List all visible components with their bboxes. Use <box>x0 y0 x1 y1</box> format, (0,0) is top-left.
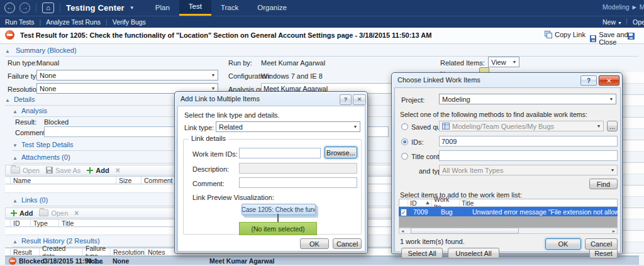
found-count-text: 1 work item(s) found. <box>400 238 465 245</box>
saved-query-radio[interactable] <box>401 123 408 130</box>
tab-organize[interactable]: Organize <box>248 0 296 16</box>
failure-type-select[interactable]: None▼ <box>36 70 218 80</box>
testing-center-window: ← → ⌂ Testing Center ▼ Plan Test Track O… <box>0 0 644 266</box>
run-type-label: Run type: <box>8 59 37 67</box>
chevron-down-icon: ▼ <box>608 168 617 172</box>
section-summary[interactable]: ▲ Summary (Blocked) <box>5 47 639 57</box>
open-menu[interactable]: Ope <box>633 18 644 26</box>
row-result: Blocked <box>19 257 45 265</box>
save-as-button: Save As <box>46 167 80 174</box>
browse-button[interactable]: Browse... <box>325 147 357 158</box>
horizontal-scrollbar[interactable]: ◄ ► <box>399 228 618 234</box>
test-result-header: Test Result for 1205: Check the function… <box>0 28 644 44</box>
sub-navigation-bar: Run Tests | Analyze Test Runs | Verify B… <box>0 16 644 28</box>
chevron-down-icon: ▼ <box>607 97 616 101</box>
forward-icon[interactable]: → <box>19 3 30 13</box>
page-title: Test Result for 1205: Check the function… <box>20 31 431 39</box>
choose-linked-work-items-dialog: Choose Linked Work Items ? ✕ Project: Mo… <box>391 72 623 254</box>
result-row-7009[interactable]: ✓ 7009 Bug Unwanted error message "File … <box>399 207 618 216</box>
save-icon[interactable] <box>628 33 635 40</box>
results-table-empty-area <box>399 216 618 228</box>
ok-button[interactable]: OK <box>545 238 581 250</box>
close-icon[interactable]: ✕ <box>353 94 366 105</box>
project-select[interactable]: Modeling▼ <box>439 94 616 104</box>
add-attachment-button[interactable]: Add <box>87 167 109 174</box>
back-icon[interactable]: ← <box>4 3 15 13</box>
link-type-label: Link type: <box>184 124 214 131</box>
view-related-items-button[interactable]: View▼ <box>488 57 519 67</box>
find-button[interactable]: Find <box>589 179 618 189</box>
scrollbar-thumb[interactable] <box>411 228 519 234</box>
row-checkbox[interactable]: ✓ <box>401 209 407 216</box>
save-icon <box>590 35 596 42</box>
help-icon[interactable]: ? <box>580 75 597 86</box>
title-contains-radio[interactable] <box>401 153 408 160</box>
configuration-value: Windows 7 and IE 8 <box>261 72 323 80</box>
subnav-run-tests[interactable]: Run Tests <box>5 18 35 26</box>
title-contains-field[interactable] <box>439 150 618 161</box>
copy-link-button[interactable]: Copy Link <box>545 31 586 38</box>
open-attachment-button: Open <box>11 167 40 174</box>
add-link-button[interactable]: Add <box>11 209 33 217</box>
blocked-status-icon <box>9 257 16 265</box>
add-link-dialog: Add Link to Multiple Items ? ✕ Select th… <box>174 91 368 253</box>
save-and-close-button[interactable]: Save and Close <box>590 31 644 46</box>
run-by-value: Meet Kumar Agarwal <box>261 59 325 67</box>
cancel-button[interactable]: Cancel <box>585 238 618 250</box>
list-label: Select items to add to the work item lis… <box>400 191 522 199</box>
background-form-rows <box>623 72 644 255</box>
method-intro: Select one of the following methods to f… <box>400 111 587 118</box>
run-by-label: Run by: <box>228 59 252 67</box>
delete-attachment-button: × <box>116 166 120 175</box>
results-table-header[interactable]: ID Work Ite... Title <box>399 199 618 207</box>
comment-field[interactable] <box>239 177 357 188</box>
home-icon[interactable]: ⌂ <box>42 3 54 13</box>
preview-target-node[interactable]: (No item selected) <box>239 222 317 235</box>
ids-label: IDs: <box>411 138 424 146</box>
new-menu[interactable]: New ▼ <box>602 18 622 26</box>
connector-line <box>277 214 279 222</box>
select-all-button[interactable]: Select All <box>401 248 443 258</box>
description-field <box>239 163 357 174</box>
folder-icon <box>11 167 20 174</box>
scroll-left-icon[interactable]: ◄ <box>399 229 406 233</box>
tab-test[interactable]: Test <box>179 0 211 16</box>
tab-track[interactable]: Track <box>211 0 248 16</box>
breadcrumb[interactable]: Modeling ► Mode <box>602 3 644 11</box>
row-failure-type: None <box>86 257 103 265</box>
close-icon[interactable]: ✕ <box>599 75 619 86</box>
save-as-icon <box>46 167 53 174</box>
saved-query-select: Modeling/Team Queries/My Bugs ▼ <box>439 121 604 131</box>
more-queries-button[interactable]: ... <box>607 121 618 131</box>
add-icon <box>11 210 17 216</box>
preview-source-node[interactable]: Test Case 1205: Check the functio... <box>242 204 316 215</box>
help-icon[interactable]: ? <box>340 94 352 105</box>
result-value: Blocked <box>44 118 69 126</box>
comment-label: Comment: <box>190 180 227 187</box>
work-item-type-select: All Work Item Types▼ <box>439 165 618 175</box>
dialog-title: Add Link to Multiple Items <box>180 95 260 103</box>
project-label: Project: <box>401 96 425 104</box>
row-resolution: None <box>113 257 129 265</box>
tab-plan[interactable]: Plan <box>146 0 179 16</box>
ids-field[interactable] <box>439 136 618 147</box>
subnav-analyze-test-runs[interactable]: Analyze Test Runs <box>46 18 101 26</box>
work-item-ids-field[interactable] <box>239 148 321 158</box>
scroll-right-icon[interactable]: ► <box>611 229 617 233</box>
subnav-verify-bugs[interactable]: Verify Bugs <box>113 18 146 26</box>
chevron-down-icon: ▼ <box>351 125 360 129</box>
link-type-select[interactable]: Related▼ <box>216 121 360 132</box>
unselect-all-button[interactable]: Unselect All <box>448 248 499 258</box>
blocked-status-icon <box>5 30 14 40</box>
delete-link-button: × <box>74 209 79 218</box>
ids-radio[interactable] <box>401 138 408 145</box>
chevron-down-icon[interactable]: ▼ <box>130 5 135 11</box>
result-history-selected-row[interactable]: Blocked 3/18/2015 11:50:1... None None M… <box>5 256 639 265</box>
query-icon <box>442 123 450 130</box>
dialog-title: Choose Linked Work Items <box>397 76 480 84</box>
cancel-button[interactable]: Cancel <box>333 238 362 249</box>
ok-button[interactable]: OK <box>300 238 329 249</box>
copy-link-icon <box>545 31 552 38</box>
chevron-down-icon: ▼ <box>209 73 218 77</box>
chevron-down-icon: ▼ <box>594 124 603 128</box>
